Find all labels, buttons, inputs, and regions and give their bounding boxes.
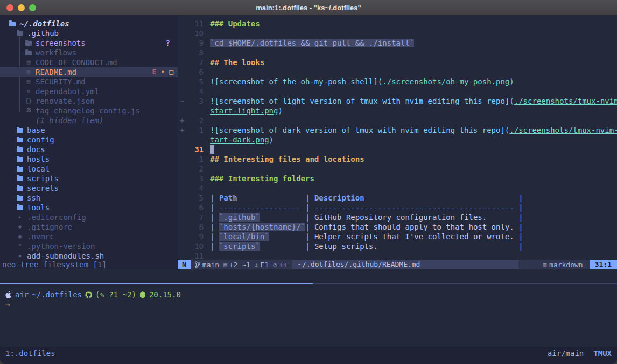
line-number <box>188 106 204 116</box>
mode-indicator: N <box>178 260 191 269</box>
editor-line[interactable]: 31 <box>178 145 617 154</box>
syntax-cell <box>214 232 219 241</box>
gutter-sign <box>178 67 188 77</box>
editor-line[interactable]: 4 <box>178 183 617 193</box>
tree-item-tag-changelog-config-js[interactable]: JStag-changelog-config.js <box>0 106 178 116</box>
tree-item-tools[interactable]: tools <box>0 203 178 212</box>
syntax-cell <box>310 203 314 212</box>
line-number <box>188 135 204 145</box>
tmux-right: air/main TMUX <box>548 349 612 358</box>
file-md-icon: ▤ <box>25 58 32 67</box>
file-path[interactable]: ~/.dotfiles/.github/README.md <box>292 260 518 269</box>
editor-line[interactable]: 4 <box>178 87 617 96</box>
tree-item-hosts[interactable]: hosts <box>0 154 178 164</box>
editor-line[interactable]: 7## The looks <box>178 58 617 67</box>
editor-line[interactable]: 10| `scripts` | Setup scripts. | <box>178 241 617 251</box>
tree-item-add-submodules-sh[interactable]: ▪add-submodules.sh <box>0 251 178 261</box>
editor-line[interactable]: 6 <box>178 67 617 77</box>
syntax-cell <box>269 232 305 241</box>
close-button[interactable] <box>6 4 13 11</box>
braces-icon: {} <box>25 96 32 106</box>
editor-line[interactable]: 6| ------------------ | ----------------… <box>178 203 617 212</box>
editor-line[interactable]: 2 <box>178 164 617 174</box>
prompt-arrow[interactable]: → <box>0 299 617 309</box>
editor-buffer[interactable]: 11### Updates109`cd $HOME/.dotfiles && g… <box>178 15 617 263</box>
line-text: start-light.png) <box>210 106 283 116</box>
tree-item-scripts[interactable]: scripts <box>0 174 178 183</box>
syntax-cell <box>214 194 219 202</box>
syntax-h2: ## Interesting files and locations <box>210 155 364 163</box>
tree-item-docs[interactable]: docs <box>0 145 178 154</box>
editor-line[interactable]: 7| `.github` | GitHub Repository configu… <box>178 212 617 222</box>
square-icon: ▪ <box>16 251 24 261</box>
shell-pane[interactable]: air ~/.dotfiles (✎ ?1 ~2) 20.15.0 → <box>0 284 617 347</box>
file-tree-sidebar: ~/.dotfiles.githubscreenshots?workflows▤… <box>0 15 178 269</box>
gutter-sign <box>178 183 188 193</box>
diagnostics[interactable]: ⚓︎ E1 <box>255 261 269 269</box>
editor-line[interactable]: 8 <box>178 48 617 58</box>
apple-icon <box>5 291 12 298</box>
syntax-pipe: | <box>518 242 523 251</box>
tree-item-base[interactable]: base <box>0 125 178 135</box>
tree-item-label: base <box>27 125 45 135</box>
cursor-block <box>210 145 214 154</box>
editor-line[interactable]: start-light.png) <box>178 106 617 116</box>
tree-item-ssh[interactable]: ssh <box>0 193 178 203</box>
markdown-icon: ▥ <box>543 261 546 268</box>
tree-item-label: README.md <box>36 67 76 77</box>
line-number: 6 <box>188 67 204 77</box>
tree-item-secrets[interactable]: secrets <box>0 183 178 193</box>
tree-item-workflows[interactable]: workflows <box>0 48 178 58</box>
editor-line[interactable]: 9`cd $HOME/.dotfiles && git pull && ./in… <box>178 38 617 48</box>
editor-line[interactable]: tart-dark.png) <box>178 135 617 145</box>
editor-line[interactable]: 9| `local/bin` | Helper scripts that I'v… <box>178 232 617 241</box>
syntax-pipe: | <box>518 223 523 231</box>
tree-item-config[interactable]: config <box>0 135 178 145</box>
gutter-sign <box>178 193 188 203</box>
editor-line[interactable]: +1![screenshot of dark version of tmux w… <box>178 125 617 135</box>
syntax-cell: Helper scripts that I've collected or wr… <box>310 232 518 241</box>
syntax-cell: Setup scripts. <box>310 242 518 251</box>
zoom-button[interactable] <box>29 4 36 11</box>
folder-icon <box>16 128 24 133</box>
line-number: 10 <box>188 28 204 38</box>
tree-item-label: .editorconfig <box>27 212 86 222</box>
node-icon <box>139 291 146 298</box>
tree-item--nvmrc[interactable]: ◉.nvmrc <box>0 232 178 241</box>
tree-item-label: config <box>27 135 54 145</box>
tree-item--github[interactable]: .github <box>0 28 178 38</box>
tree-item-renovate-json[interactable]: {}renovate.json <box>0 96 178 106</box>
editor-line[interactable]: 1## Interesting files and locations <box>178 154 617 164</box>
tree-item--python-version[interactable]: *.python-version <box>0 241 178 251</box>
tree-item-dependabot-yml[interactable]: ⚙dependabot.yml <box>0 87 178 96</box>
editor-line[interactable]: 5![screenshot of the oh-my-posh shell](.… <box>178 77 617 87</box>
editor-line[interactable]: +2 <box>178 116 617 125</box>
tmux-window-label[interactable]: 1:.dotfiles <box>5 349 55 358</box>
syntax-link: tart-dark.png <box>210 135 269 144</box>
git-branch[interactable]: main <box>195 261 219 269</box>
gutter-sign <box>178 212 188 222</box>
gutter-sign <box>178 87 188 96</box>
tree-item-code-of-conduct-md[interactable]: ▤CODE_OF_CONDUCT.md <box>0 58 178 67</box>
tree-item-security-md[interactable]: ▤SECURITY.md <box>0 77 178 87</box>
editor-line[interactable]: 5| Path | Description | <box>178 193 617 203</box>
tree-item--1-hidden-item-[interactable]: (1 hidden item) <box>0 116 178 125</box>
syntax-th: Path <box>219 194 237 202</box>
editor-line[interactable]: 11### Updates <box>178 19 617 28</box>
tree-item-local[interactable]: local <box>0 164 178 174</box>
editor-line[interactable]: ~3![screenshot of light version of tmux … <box>178 96 617 106</box>
tree-item-label: screenshots <box>36 38 86 48</box>
line-number: 5 <box>188 193 204 203</box>
tree-item--gitignore[interactable]: ◆.gitignore <box>0 222 178 232</box>
minimize-button[interactable] <box>18 4 25 11</box>
tree-item-screenshots[interactable]: screenshots? <box>0 38 178 48</box>
tree-item--editorconfig[interactable]: ▸.editorconfig <box>0 212 178 222</box>
tree-item-readme-md[interactable]: ▤README.mdE•□ <box>0 67 178 77</box>
node-version: 20.15.0 <box>149 290 181 299</box>
editor-line[interactable]: 10 <box>178 28 617 38</box>
tree-item--dotfiles[interactable]: ~/.dotfiles <box>0 19 178 28</box>
editor-line[interactable]: 3### Interesting folders <box>178 174 617 183</box>
neotree-status: neo-tree filesystem [1] <box>2 260 107 269</box>
syntax-cell: GitHub Repository configuration files. <box>310 213 518 222</box>
editor-line[interactable]: 8| `hosts/{hostname}/`| Configs that sho… <box>178 222 617 232</box>
